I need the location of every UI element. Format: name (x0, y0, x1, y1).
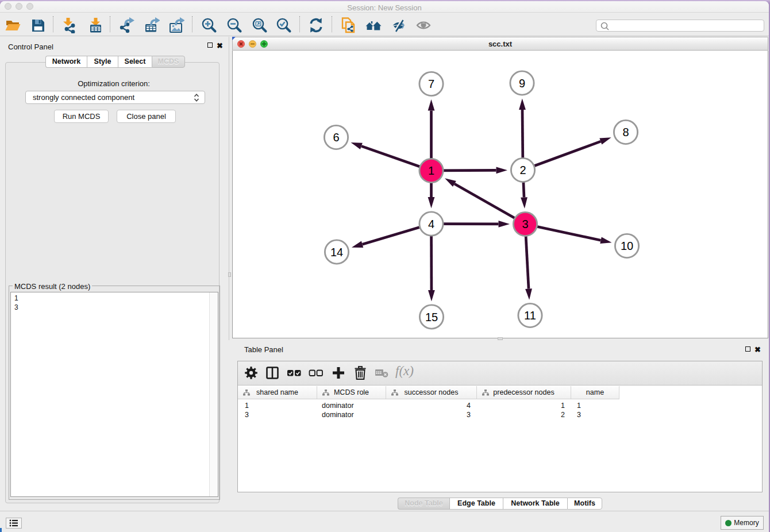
svg-text:3: 3 (522, 218, 528, 230)
svg-text:8: 8 (622, 126, 629, 138)
svg-text:15: 15 (425, 311, 438, 323)
svg-text:1: 1 (428, 164, 434, 177)
svg-text:2: 2 (519, 164, 526, 176)
svg-text:14: 14 (330, 246, 343, 259)
svg-text:7: 7 (428, 78, 434, 90)
svg-text:4: 4 (428, 218, 434, 230)
svg-text:6: 6 (333, 131, 339, 144)
svg-text:11: 11 (524, 309, 536, 322)
svg-text:10: 10 (621, 240, 633, 252)
svg-text:9: 9 (519, 77, 525, 90)
